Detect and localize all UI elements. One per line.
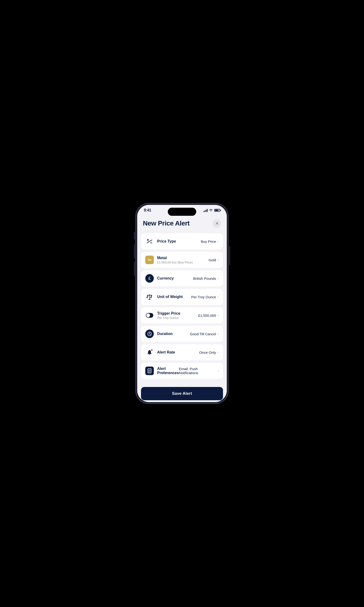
status-time: 9:41 — [144, 208, 151, 212]
metal-chevron: › — [218, 258, 219, 262]
price-type-row[interactable]: Price Type Buy Price › — [141, 233, 223, 250]
currency-text: Currency — [157, 276, 193, 280]
unit-of-weight-row[interactable]: Unit of Weight Per Troy Ounce › — [141, 289, 223, 305]
duration-icon — [145, 330, 154, 338]
currency-icon: £ — [145, 274, 154, 283]
trigger-price-row[interactable]: Trigger Price Per Troy Ounce £1,550.000 … — [141, 307, 223, 323]
duration-text: Duration — [157, 332, 190, 336]
metal-row[interactable]: Au Metal £1,500.00 t/oz (Buy Price) Gold… — [141, 252, 223, 268]
trigger-price-value: £1,550.000 — [198, 314, 216, 317]
price-type-value-area: Buy Price › — [201, 239, 219, 243]
metal-value-area: Gold › — [208, 258, 219, 262]
unit-of-weight-value: Per Troy Ounce — [191, 295, 216, 299]
alert-preferences-value-area: Email, Push Notifications › — [179, 367, 219, 375]
unit-of-weight-label: Unit of Weight — [157, 295, 191, 299]
alert-preferences-icon — [145, 367, 154, 375]
save-button-container: Save Alert — [137, 383, 227, 402]
wifi-icon — [209, 209, 213, 212]
duration-row[interactable]: Duration Good Till Cancel › — [141, 326, 223, 342]
metal-value: Gold — [208, 258, 216, 262]
form-list: Price Type Buy Price › Au Metal £1,500.0… — [137, 231, 227, 383]
battery-icon — [214, 209, 220, 212]
alert-rate-chevron: › — [218, 350, 219, 355]
signal-icon — [203, 209, 208, 212]
alert-rate-icon-container — [145, 348, 154, 356]
save-alert-button[interactable]: Save Alert — [141, 387, 223, 400]
currency-value: British Pounds — [193, 277, 216, 280]
alert-preferences-chevron: › — [218, 369, 219, 373]
price-type-chevron: › — [218, 239, 219, 243]
duration-value-area: Good Till Cancel › — [190, 332, 219, 336]
trigger-price-icon — [145, 311, 154, 320]
price-type-label: Price Type — [157, 239, 201, 243]
duration-value: Good Till Cancel — [190, 332, 216, 336]
alert-preferences-label: Alert Preferences — [157, 367, 179, 375]
unit-of-weight-text: Unit of Weight — [157, 295, 191, 299]
phone-screen: 9:41 — [137, 205, 227, 402]
alert-rate-value-area: Once Only › — [199, 350, 219, 355]
phone-frame: 9:41 — [136, 203, 228, 404]
trigger-price-label: Trigger Price — [157, 311, 198, 316]
metal-label: Metal — [157, 256, 208, 260]
alert-rate-text: Alert Rate — [157, 350, 199, 355]
price-type-text: Price Type — [157, 239, 201, 243]
alert-rate-label: Alert Rate — [157, 350, 199, 355]
mute-button — [134, 232, 135, 239]
power-button — [229, 246, 230, 265]
trigger-price-sublabel: Per Troy Ounce — [157, 316, 198, 320]
scales-icon — [145, 293, 154, 301]
trigger-price-value-area: £1,550.000 › — [198, 313, 219, 317]
metal-sublabel: £1,500.00 t/oz (Buy Price) — [157, 261, 208, 264]
alert-dot — [151, 349, 153, 351]
svg-rect-10 — [148, 369, 151, 373]
alert-preferences-value: Email, Push Notifications — [179, 367, 216, 375]
dynamic-island — [168, 208, 196, 216]
volume-down-button — [134, 261, 135, 276]
currency-label: Currency — [157, 276, 193, 280]
main-content: New Price Alert ✕ Pr — [137, 214, 227, 402]
alert-preferences-text: Alert Preferences — [157, 367, 179, 375]
volume-up-button — [134, 244, 135, 258]
status-icons — [203, 209, 220, 212]
alert-rate-row[interactable]: Alert Rate Once Only › — [141, 344, 223, 360]
trigger-price-chevron: › — [218, 313, 219, 317]
page-title: New Price Alert — [143, 220, 190, 227]
alert-preferences-row[interactable]: Alert Preferences Email, Push Notificati… — [141, 363, 223, 379]
trigger-price-text: Trigger Price Per Troy Ounce — [157, 311, 198, 320]
metal-icon: Au — [145, 256, 154, 264]
duration-chevron: › — [218, 332, 219, 336]
price-type-value: Buy Price — [201, 239, 216, 243]
currency-value-area: British Pounds › — [193, 276, 219, 280]
currency-chevron: › — [218, 276, 219, 280]
page-header: New Price Alert ✕ — [137, 214, 227, 231]
unit-of-weight-value-area: Per Troy Ounce › — [191, 295, 219, 299]
toggle-icon — [146, 313, 153, 318]
price-type-icon — [145, 237, 154, 246]
metal-text: Metal £1,500.00 t/oz (Buy Price) — [157, 256, 208, 264]
unit-of-weight-chevron: › — [218, 295, 219, 299]
duration-label: Duration — [157, 332, 190, 336]
svg-line-9 — [150, 334, 151, 335]
alert-rate-value: Once Only — [199, 350, 216, 355]
close-button[interactable]: ✕ — [213, 219, 221, 228]
currency-row[interactable]: £ Currency British Pounds › — [141, 270, 223, 286]
